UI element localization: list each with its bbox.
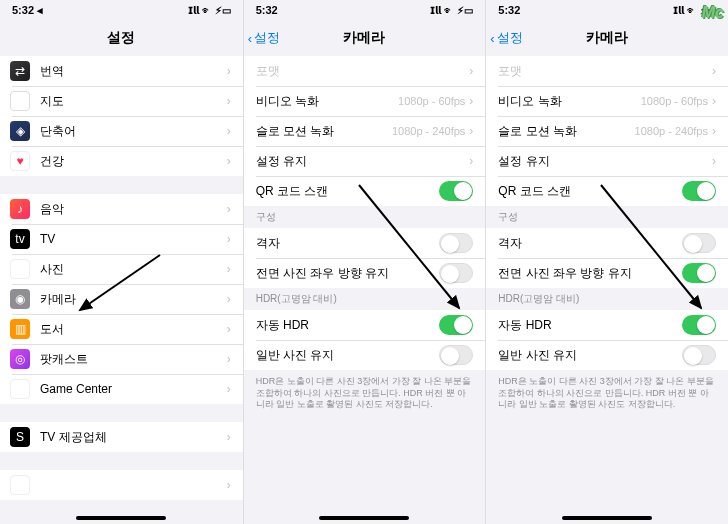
row-keep-normal: 일반 사진 유지 (244, 340, 486, 370)
row-format[interactable]: 포맷 › (244, 56, 486, 86)
settings-row[interactable]: ◉Game Center› (0, 374, 243, 404)
auto-hdr-toggle[interactable] (439, 315, 473, 335)
composition-header: 구성 (486, 206, 728, 228)
row-preserve-settings[interactable]: 설정 유지 › (244, 146, 486, 176)
nav-bar: 설정 (0, 20, 243, 56)
settings-row[interactable]: ➤지도› (0, 86, 243, 116)
chevron-back-icon: ‹ (248, 31, 252, 46)
label: 슬로 모션 녹화 (256, 123, 392, 140)
label: QR 코드 스캔 (498, 183, 682, 200)
auto-hdr-toggle[interactable] (682, 315, 716, 335)
keep-normal-toggle[interactable] (439, 345, 473, 365)
label: 일반 사진 유지 (256, 347, 440, 364)
provider-icon: S (10, 427, 30, 447)
tv-icon: tv (10, 229, 30, 249)
row-label: 건강 (40, 153, 227, 170)
chevron-right-icon: › (227, 382, 231, 396)
settings-group-1: ⇄번역›➤지도›◈단축어›♥건강› (0, 56, 243, 176)
qr-toggle[interactable] (682, 181, 716, 201)
row-label: TV (40, 232, 227, 246)
page-title: 카메라 (586, 29, 628, 47)
settings-row[interactable]: ○› (0, 470, 243, 500)
signal-icon: 𝗜𝗹𝗹 (188, 5, 199, 16)
settings-row[interactable]: ◎팟캐스트› (0, 344, 243, 374)
detail: 1080p - 240fps (392, 125, 465, 137)
status-bar: 5:32 ◂ 𝗜𝗹𝗹 ᯤ ⚡︎▭ (0, 0, 243, 20)
wifi-icon: ᯤ (687, 5, 697, 16)
home-indicator (319, 516, 409, 520)
camera-section-composition: 격자 전면 사진 좌우 방향 유지 (244, 228, 486, 288)
back-button[interactable]: ‹ 설정 (490, 29, 522, 47)
row-auto-hdr: 자동 HDR (244, 310, 486, 340)
chevron-right-icon: › (227, 430, 231, 444)
battery-icon: ⚡︎▭ (457, 5, 473, 16)
row-format[interactable]: 포맷 › (486, 56, 728, 86)
label: 격자 (256, 235, 440, 252)
grid-toggle[interactable] (682, 233, 716, 253)
chevron-right-icon: › (712, 64, 716, 78)
row-preserve-settings[interactable]: 설정 유지 › (486, 146, 728, 176)
mirror-toggle[interactable] (439, 263, 473, 283)
label: 포맷 (498, 63, 712, 80)
row-label: 번역 (40, 63, 227, 80)
chevron-right-icon: › (227, 322, 231, 336)
chevron-back-icon: ‹ (490, 31, 494, 46)
settings-row[interactable]: ♥건강› (0, 146, 243, 176)
chevron-right-icon: › (469, 154, 473, 168)
status-indicators: 𝗜𝗹𝗹 ᯤ ⚡︎▭ (188, 5, 231, 16)
hdr-header: HDR(고명암 대비) (244, 288, 486, 310)
keep-normal-toggle[interactable] (682, 345, 716, 365)
grid-toggle[interactable] (439, 233, 473, 253)
settings-row[interactable]: ◈단축어› (0, 116, 243, 146)
qr-toggle[interactable] (439, 181, 473, 201)
panel-camera-off: 5:32 𝗜𝗹𝗹 ᯤ ⚡︎▭ ‹ 설정 카메라 포맷 › 비디오 녹화 1080… (243, 0, 486, 524)
page-title: 설정 (107, 29, 135, 47)
label: 전면 사진 좌우 방향 유지 (256, 265, 440, 282)
watermark: Mc (702, 4, 724, 22)
row-slomo-record[interactable]: 슬로 모션 녹화 1080p - 240fps › (486, 116, 728, 146)
label: 자동 HDR (256, 317, 440, 334)
settings-row[interactable]: ◉카메라› (0, 284, 243, 314)
row-keep-normal: 일반 사진 유지 (486, 340, 728, 370)
mirror-toggle[interactable] (682, 263, 716, 283)
row-mirror-front: 전면 사진 좌우 방향 유지 (244, 258, 486, 288)
row-grid: 격자 (244, 228, 486, 258)
books-icon: ▥ (10, 319, 30, 339)
settings-row[interactable]: STV 제공업체› (0, 422, 243, 452)
chevron-right-icon: › (227, 94, 231, 108)
chevron-right-icon: › (469, 64, 473, 78)
panel-camera-on: 5:32 𝗜𝗹𝗹 ᯤ ⚡︎▭ ‹ 설정 카메라 포맷 › 비디오 녹화 1080… (485, 0, 728, 524)
home-indicator (76, 516, 166, 520)
row-label: 카메라 (40, 291, 227, 308)
page-title: 카메라 (343, 29, 385, 47)
chevron-right-icon: › (227, 262, 231, 276)
row-label: 지도 (40, 93, 227, 110)
camera-section-hdr: 자동 HDR 일반 사진 유지 (244, 310, 486, 370)
settings-row[interactable]: ✿사진› (0, 254, 243, 284)
row-video-record[interactable]: 비디오 녹화 1080p - 60fps › (486, 86, 728, 116)
label: 비디오 녹화 (498, 93, 640, 110)
settings-row[interactable]: ▥도서› (0, 314, 243, 344)
chevron-right-icon: › (469, 94, 473, 108)
camera-icon: ◉ (10, 289, 30, 309)
settings-row[interactable]: ⇄번역› (0, 56, 243, 86)
chevron-right-icon: › (227, 64, 231, 78)
hdr-footer-text: HDR은 노출이 다른 사진 3장에서 가장 잘 나온 부분을 조합하여 하나의… (244, 370, 486, 417)
row-label: 단축어 (40, 123, 227, 140)
panel-settings: 5:32 ◂ 𝗜𝗹𝗹 ᯤ ⚡︎▭ 설정 ⇄번역›➤지도›◈단축어›♥건강› ♪음… (0, 0, 243, 524)
row-grid: 격자 (486, 228, 728, 258)
translate-icon: ⇄ (10, 61, 30, 81)
settings-row[interactable]: tvTV› (0, 224, 243, 254)
status-bar: 5:32 𝗜𝗹𝗹 ᯤ ⚡︎▭ (244, 0, 486, 20)
settings-group-3: STV 제공업체› (0, 422, 243, 452)
chevron-right-icon: › (469, 124, 473, 138)
row-qr-scan: QR 코드 스캔 (486, 176, 728, 206)
status-time: 5:32 ◂ (12, 4, 43, 17)
camera-section-main: 포맷 › 비디오 녹화 1080p - 60fps › 슬로 모션 녹화 108… (486, 56, 728, 206)
health-icon: ♥ (10, 151, 30, 171)
row-slomo-record[interactable]: 슬로 모션 녹화 1080p - 240fps › (244, 116, 486, 146)
row-video-record[interactable]: 비디오 녹화 1080p - 60fps › (244, 86, 486, 116)
settings-row[interactable]: ♪음악› (0, 194, 243, 224)
back-button[interactable]: ‹ 설정 (248, 29, 280, 47)
gamecenter-icon: ◉ (10, 379, 30, 399)
